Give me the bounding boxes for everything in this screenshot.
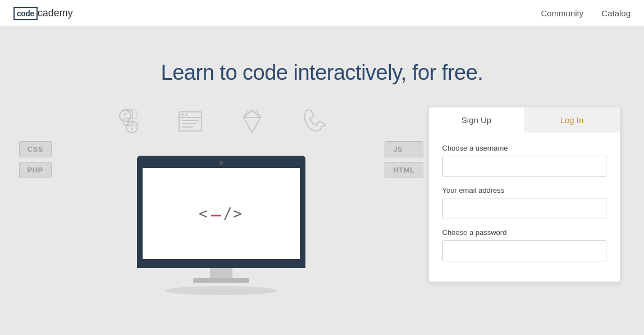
css-panel: CSS xyxy=(19,141,52,157)
monitor-shadow xyxy=(165,286,277,295)
svg-point-2 xyxy=(124,113,126,115)
content-area: CSS PHP JS HTML < /> xyxy=(13,102,631,315)
svg-rect-9 xyxy=(182,123,196,124)
tab-signup[interactable]: Sign Up xyxy=(429,107,524,133)
username-input[interactable] xyxy=(442,156,606,177)
bracket-left: < xyxy=(199,205,209,222)
js-panel: JS xyxy=(385,141,423,157)
password-input[interactable] xyxy=(442,240,606,261)
monitor: < /> xyxy=(137,156,305,268)
header: codecademy Community Catalog xyxy=(0,0,644,27)
logo[interactable]: codecademy xyxy=(13,7,73,20)
gem-icon xyxy=(238,107,266,135)
email-group: Your email address xyxy=(442,186,606,219)
browser-icon xyxy=(176,107,204,135)
nav-catalog[interactable]: Catalog xyxy=(601,8,631,18)
svg-point-7 xyxy=(185,114,188,116)
slash-bracket: /> xyxy=(223,205,243,222)
hero-title: Learn to code interactively, for free. xyxy=(161,61,483,85)
email-label: Your email address xyxy=(442,186,606,194)
password-group: Choose a password xyxy=(442,228,606,261)
svg-rect-8 xyxy=(182,120,199,121)
underscore-icon xyxy=(211,215,221,216)
monitor-neck xyxy=(210,268,232,278)
nav: Community Catalog xyxy=(541,8,631,18)
python-icon xyxy=(115,107,143,135)
svg-point-3 xyxy=(131,128,133,130)
phone-icon xyxy=(300,107,328,135)
right-panels: JS HTML xyxy=(385,141,423,178)
svg-point-0 xyxy=(120,110,131,121)
email-input[interactable] xyxy=(442,198,606,219)
html-panel: HTML xyxy=(385,162,423,178)
svg-point-6 xyxy=(181,114,184,116)
nav-community[interactable]: Community xyxy=(541,8,583,18)
password-label: Choose a password xyxy=(442,228,606,237)
form-body: Choose a username Your email address Cho… xyxy=(429,133,620,282)
monitor-base xyxy=(193,278,249,283)
form-tabs: Sign Up Log In xyxy=(429,107,620,133)
php-panel: PHP xyxy=(19,162,52,178)
logo-cademy: cademy xyxy=(38,7,73,19)
screen: < /> xyxy=(143,168,300,259)
svg-rect-10 xyxy=(182,126,193,128)
left-panels: CSS PHP xyxy=(19,141,52,178)
illustration: CSS PHP JS HTML < /> xyxy=(13,102,429,315)
username-group: Choose a username xyxy=(442,144,606,177)
main: Learn to code interactively, for free. xyxy=(0,27,644,335)
tab-login[interactable]: Log In xyxy=(524,107,620,133)
bg-icons xyxy=(115,107,328,135)
form-panel: Sign Up Log In Choose a username Your em… xyxy=(429,107,620,282)
code-symbol: < /> xyxy=(199,205,243,222)
computer: < /> xyxy=(137,156,305,295)
logo-code: code xyxy=(13,7,38,20)
username-label: Choose a username xyxy=(442,144,606,152)
